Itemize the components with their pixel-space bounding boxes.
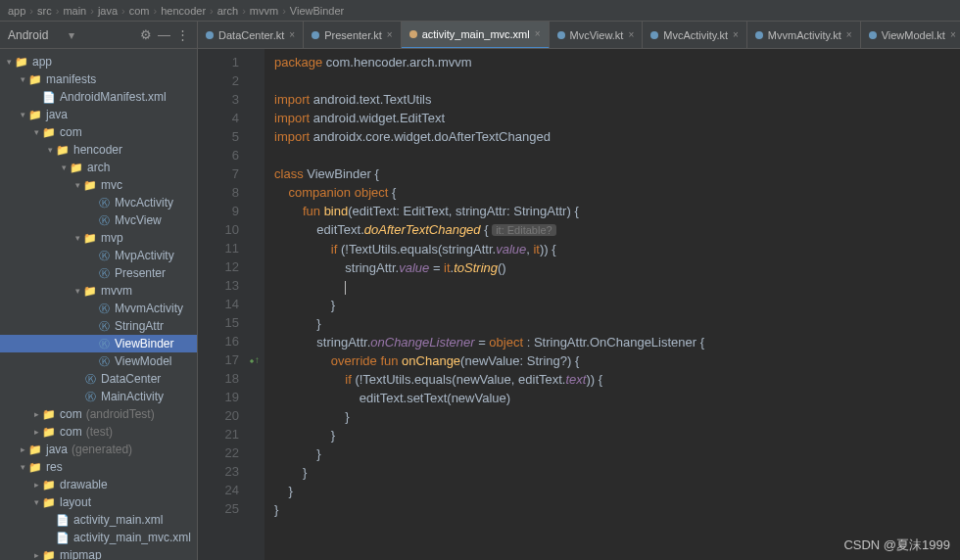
file-icon: Ⓚ: [96, 249, 112, 263]
expand-arrow-icon[interactable]: ▾: [72, 286, 82, 296]
tree-item[interactable]: ▾📁res: [0, 458, 197, 476]
close-icon[interactable]: ×: [387, 29, 393, 40]
tree-item[interactable]: ⓀMvcView: [0, 211, 197, 229]
tree-label: activity_main.xml: [73, 513, 163, 527]
tree-label: Presenter: [115, 266, 166, 280]
close-icon[interactable]: ×: [289, 29, 295, 40]
tree-label: com: [60, 425, 82, 439]
project-tree[interactable]: ▾📁app▾📁manifests📄AndroidManifest.xml▾📁ja…: [0, 49, 197, 560]
gear-icon[interactable]: ⚙: [140, 27, 152, 42]
editor-tab[interactable]: ViewModel.kt×: [861, 22, 960, 49]
tree-item[interactable]: 📄AndroidManifest.xml: [0, 88, 197, 106]
file-icon: Ⓚ: [96, 196, 112, 210]
breadcrumb-item[interactable]: java: [98, 5, 118, 17]
tree-item[interactable]: ▾📁hencoder: [0, 141, 197, 159]
expand-arrow-icon[interactable]: ▾: [18, 74, 27, 84]
file-icon: 📄: [55, 532, 71, 544]
tree-item[interactable]: ▾📁mvc: [0, 176, 197, 194]
editor-tab[interactable]: MvcActivity.kt×: [643, 22, 747, 49]
expand-arrow-icon[interactable]: ▾: [72, 180, 82, 190]
breadcrumb-item[interactable]: main: [63, 5, 86, 17]
close-icon[interactable]: ×: [950, 29, 956, 40]
gutter-marks: ⬥↑: [249, 49, 264, 560]
close-icon[interactable]: ×: [733, 29, 739, 40]
tree-item[interactable]: ▾📁manifests: [0, 70, 197, 88]
tree-item[interactable]: ⓀDataCenter: [0, 370, 197, 388]
file-type-icon: [650, 31, 658, 39]
file-icon: 📄: [55, 514, 71, 527]
tree-label: layout: [60, 495, 91, 509]
expand-arrow-icon[interactable]: ▾: [45, 145, 55, 155]
tree-item[interactable]: ⓀMainActivity: [0, 388, 197, 405]
collapse-icon[interactable]: —: [158, 27, 170, 42]
tree-item[interactable]: ▾📁mvvm: [0, 282, 197, 300]
file-icon: 📁: [41, 126, 57, 139]
sidebar-title[interactable]: Android: [8, 28, 63, 42]
editor-tab[interactable]: activity_main_mvc.xml×: [402, 22, 550, 49]
tree-item[interactable]: ▸📁drawable: [0, 476, 197, 493]
breadcrumb-item[interactable]: src: [37, 5, 52, 17]
tree-item[interactable]: ⓀPresenter: [0, 264, 197, 282]
tree-item[interactable]: ▾📁layout: [0, 493, 197, 511]
expand-arrow-icon[interactable]: ▾: [31, 497, 41, 507]
tree-label: app: [32, 55, 52, 69]
breadcrumb-item[interactable]: hencoder: [161, 5, 206, 17]
tree-label: mvc: [101, 178, 122, 192]
tree-item[interactable]: ⓀMvvmActivity: [0, 300, 197, 317]
tree-item[interactable]: ⓀMvcActivity: [0, 194, 197, 211]
breadcrumb-item[interactable]: ViewBinder: [290, 5, 344, 17]
file-type-icon: [312, 31, 319, 39]
breadcrumb-item[interactable]: arch: [217, 5, 238, 17]
expand-arrow-icon[interactable]: ▸: [31, 409, 41, 419]
editor-tab[interactable]: DataCenter.kt×: [198, 22, 304, 49]
tree-item[interactable]: ▾📁mvp: [0, 229, 197, 247]
expand-arrow-icon[interactable]: ▾: [18, 110, 27, 119]
tree-item[interactable]: ▸📁com(test): [0, 423, 197, 441]
editor-tab[interactable]: Presenter.kt×: [304, 22, 402, 49]
dropdown-icon[interactable]: ▾: [69, 28, 74, 42]
editor-tab[interactable]: MvvmActivity.kt×: [747, 22, 861, 49]
file-icon: 📁: [41, 426, 57, 439]
tab-label: MvvmActivity.kt: [768, 29, 841, 41]
tree-item[interactable]: ▾📁arch: [0, 159, 197, 176]
file-type-icon: [206, 31, 214, 39]
breadcrumb-item[interactable]: app: [8, 5, 25, 17]
file-icon: 📁: [41, 549, 57, 561]
editor-tab[interactable]: MvcView.kt×: [550, 22, 644, 49]
close-icon[interactable]: ×: [535, 28, 541, 39]
expand-arrow-icon[interactable]: ▸: [31, 550, 41, 560]
tree-item[interactable]: ⓀMvpActivity: [0, 247, 197, 264]
tree-item[interactable]: ▸📁java(generated): [0, 441, 197, 458]
tree-item[interactable]: ⓀViewModel: [0, 352, 197, 370]
close-icon[interactable]: ×: [846, 29, 852, 40]
tree-item[interactable]: ⓀViewBinder: [0, 335, 197, 352]
file-icon: Ⓚ: [96, 266, 112, 281]
breadcrumb-item[interactable]: mvvm: [250, 5, 278, 17]
file-type-icon: [869, 31, 877, 39]
code-content[interactable]: package com.hencoder.arch.mvvm import an…: [264, 49, 960, 560]
expand-arrow-icon[interactable]: ▾: [59, 163, 69, 172]
tree-label: MvvmActivity: [115, 302, 183, 315]
expand-arrow-icon[interactable]: ▾: [18, 462, 27, 472]
override-icon[interactable]: ⬥↑: [249, 354, 260, 365]
tree-item[interactable]: ▸📁mipmap: [0, 546, 197, 560]
expand-arrow-icon[interactable]: ▸: [31, 427, 41, 437]
tree-item[interactable]: ▾📁app: [0, 53, 197, 70]
expand-arrow-icon[interactable]: ▸: [18, 444, 27, 454]
expand-arrow-icon[interactable]: ▾: [4, 57, 14, 67]
expand-arrow-icon[interactable]: ▾: [72, 233, 82, 243]
tree-item[interactable]: ▾📁com: [0, 123, 197, 141]
tree-item[interactable]: ▾📁java: [0, 106, 197, 123]
breadcrumb-item[interactable]: com: [129, 5, 150, 17]
tree-item[interactable]: ⓀStringAttr: [0, 317, 197, 335]
expand-arrow-icon[interactable]: ▸: [31, 480, 41, 490]
tree-item[interactable]: 📄activity_main.xml: [0, 511, 197, 529]
file-type-icon: [755, 31, 763, 39]
close-icon[interactable]: ×: [628, 29, 634, 40]
more-icon[interactable]: ⋮: [176, 27, 189, 42]
tree-item[interactable]: 📄activity_main_mvc.xml: [0, 529, 197, 546]
tree-item[interactable]: ▸📁com(androidTest): [0, 405, 197, 423]
code-editor[interactable]: 1234567891011121314151617181920212223242…: [198, 49, 960, 560]
tree-label: hencoder: [73, 143, 122, 157]
expand-arrow-icon[interactable]: ▾: [31, 127, 41, 137]
